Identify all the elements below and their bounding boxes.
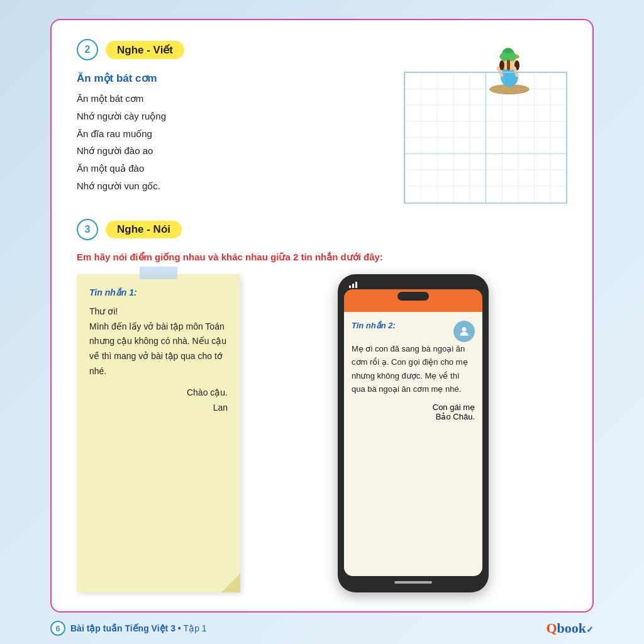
poem-line-2: Nhớ người cày ruộng <box>77 108 391 125</box>
writing-grid[interactable] <box>404 72 567 204</box>
section-2-content: Ăn một bát cơm Ăn một bát cơm Nhớ người … <box>77 72 567 204</box>
svg-point-11 <box>500 52 509 61</box>
footer-book-title: Bài tập tuần Tiếng Việt 3 • Tập 1 <box>70 623 207 633</box>
note-card-fold <box>221 574 240 592</box>
footer-left: 6 Bài tập tuần Tiếng Việt 3 • Tập 1 <box>50 621 207 636</box>
poem-line-4: Nhớ người đào ao <box>77 142 391 160</box>
note-1-title: Tin nhắn 1: <box>89 286 228 301</box>
poem-line-3: Ăn đĩa rau muống <box>77 125 391 143</box>
phone-top-bar <box>344 280 482 288</box>
section-3: 3 Nghe - Nói Em hãy nói điểm giống nhau … <box>77 219 567 592</box>
phone-home-bar <box>394 581 432 584</box>
note-2-body: Mẹ ơi con đã sang bà ngoại ăn cơm rồi ạ.… <box>352 342 475 396</box>
section-3-header: 3 Nghe - Nói <box>77 219 567 240</box>
poem-title: Ăn một bát cơm <box>77 72 391 85</box>
svg-point-12 <box>508 52 516 61</box>
phone-wrap: Tin nhắn 2: Mẹ ơi con đã sang bà ngoại ă <box>259 274 567 592</box>
note-2-title: Tin nhắn 2: <box>352 321 396 330</box>
poem-lines: Ăn một bát cơm Nhớ người cày ruộng Ăn đĩ… <box>77 90 391 195</box>
svg-rect-14 <box>404 72 567 203</box>
section-2-number: 2 <box>77 39 98 60</box>
phone-message-area: Tin nhắn 2: Mẹ ơi con đã sang bà ngoại ă <box>352 321 475 421</box>
svg-point-16 <box>462 327 467 331</box>
section-3-label: Nghe - Nói <box>106 221 182 238</box>
section-3-number: 3 <box>77 219 98 240</box>
messages-row: Tin nhắn 1: Thư ơi! Mình đến lấy vở bài … <box>77 274 567 592</box>
user-avatar <box>453 321 475 342</box>
page-footer: 6 Bài tập tuần Tiếng Việt 3 • Tập 1 Qboo… <box>50 620 594 636</box>
note-1-body: Thư ơi! Mình đến lấy vở bài tập môn Toán… <box>89 304 228 379</box>
section-2-label: Nghe - Viết <box>106 41 184 59</box>
instruction-text: Em hãy nói điểm giống nhau và khác nhau … <box>77 252 567 263</box>
footer-logo: Qbook✓ <box>546 620 594 636</box>
signal-bars-icon <box>349 282 357 288</box>
poem-block: Ăn một bát cơm Ăn một bát cơm Nhớ người … <box>77 72 391 195</box>
poem-line-1: Ăn một bát cơm <box>77 90 391 108</box>
phone-screen: Tin nhắn 2: Mẹ ơi con đã sang bà ngoại ă <box>344 312 482 576</box>
note-2-sign: Con gái mẹ Bảo Châu. <box>352 402 475 421</box>
phone-notch <box>397 292 429 301</box>
phone-device: Tin nhắn 2: Mẹ ơi con đã sang bà ngoại ă <box>338 274 489 592</box>
footer-page-number: 6 <box>50 621 65 636</box>
note-card-1: Tin nhắn 1: Thư ơi! Mình đến lấy vở bài … <box>77 274 240 592</box>
phone-header-orange <box>344 289 482 312</box>
main-card: 2 Nghe - Viết Ăn một bát cơm Ăn một bát … <box>50 19 594 613</box>
note-1-sign: Chào cậu. Lan <box>89 386 228 416</box>
poem-line-6: Nhớ người vun gốc. <box>77 177 391 195</box>
poem-line-5: Ăn một quả đào <box>77 160 391 177</box>
